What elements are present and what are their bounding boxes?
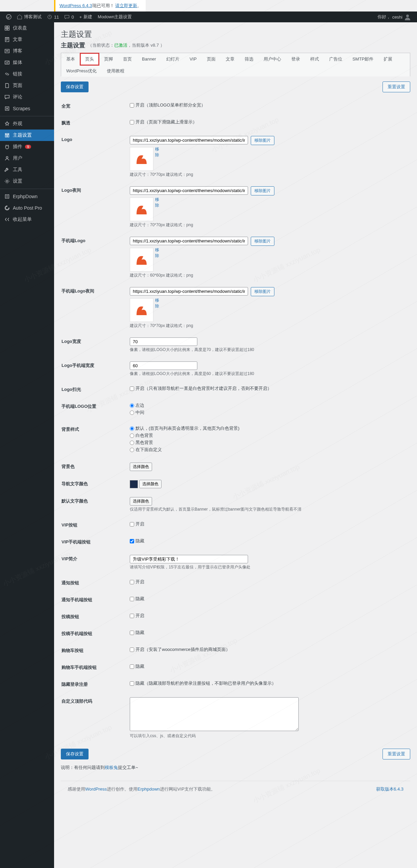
support-link[interactable]: 模板兔: [105, 765, 118, 770]
tab-8[interactable]: 文章: [221, 53, 240, 65]
new-content[interactable]: + 新建: [77, 14, 95, 20]
tab-2[interactable]: 页脚: [99, 53, 118, 65]
bg-style-radio-0[interactable]: 默认，(首页与列表页会透明显示，其他页为白色背景): [130, 425, 410, 431]
logo-glow-label: Logo扫光: [62, 381, 129, 398]
bg-color-picker[interactable]: 选择颜色: [130, 463, 152, 471]
theme-settings-link[interactable]: Modown主题设置: [95, 14, 134, 20]
sidebar-item-11[interactable]: 用户: [0, 153, 54, 164]
admin-footer: 感谢使用WordPress进行创作。使用Erphpdown进行网站VIP支付下载…: [61, 781, 410, 797]
tab-6[interactable]: VIP: [185, 53, 202, 64]
tab-9[interactable]: 筛选: [240, 53, 259, 65]
sidebar-item-0[interactable]: 仪表盘: [0, 22, 54, 34]
erphpdown-link[interactable]: Erphpdown: [138, 787, 160, 792]
tab-14[interactable]: SMTP邮件: [347, 53, 378, 65]
logo-pos-radio-1[interactable]: 中间: [130, 409, 410, 416]
reset-button-top[interactable]: 重置设置: [383, 81, 410, 92]
notice-btn-checkbox[interactable]: 开启: [130, 579, 410, 585]
custom-header-textarea[interactable]: [130, 697, 299, 731]
tab-5[interactable]: 幻灯片: [161, 53, 185, 65]
logo-mobile-url-input[interactable]: [130, 237, 248, 245]
logo-mobile-night-url-input[interactable]: [130, 287, 248, 296]
logo-night-remove-link[interactable]: 移除: [155, 197, 159, 208]
tab-3[interactable]: 首页: [118, 53, 137, 65]
logo-mobile-remove-img-button[interactable]: 移除图片: [251, 237, 274, 246]
logo-mobile-remove-link[interactable]: 移除: [155, 247, 159, 259]
tab-11[interactable]: 登录: [286, 53, 305, 65]
sidebar-item-14[interactable]: ErphpDown: [0, 191, 54, 202]
sidebar-item-13[interactable]: 设置: [0, 175, 54, 187]
sidebar-item-15[interactable]: Auto Post Pro: [0, 202, 54, 214]
logo-width-mobile-input[interactable]: [130, 361, 197, 370]
user-greeting[interactable]: 你好，ceshi: [375, 14, 414, 20]
sidebar-item-10[interactable]: 插件9: [0, 141, 54, 153]
logo-pos-radio-0[interactable]: 左边: [130, 402, 410, 408]
tab-10[interactable]: 用户中心: [259, 53, 286, 65]
sidebar-item-8[interactable]: 外观: [0, 118, 54, 130]
fullwidth-checkbox[interactable]: 开启（顶部LOGO菜单栏部分全宽）: [130, 102, 410, 108]
update-now-link[interactable]: 请立即更新: [115, 3, 137, 8]
logo-remove-img-button[interactable]: 移除图片: [251, 136, 274, 145]
notice-mobile-checkbox[interactable]: 隐藏: [130, 596, 410, 602]
bg-style-radio-1[interactable]: 白色背景: [130, 432, 410, 439]
sidebar-item-4[interactable]: 链接: [0, 68, 54, 80]
bg-style-radio-3[interactable]: 在下面自定义: [130, 447, 410, 453]
reset-button-bottom[interactable]: 重置设置: [383, 749, 410, 759]
submit-mobile-checkbox[interactable]: 隐藏: [130, 630, 410, 636]
vip-intro-input[interactable]: [130, 555, 248, 563]
logo-glow-checkbox[interactable]: 开启（只有顶部导航栏一直是白色背景时才建议开启，否则不要开启）: [130, 385, 410, 392]
wordpress-link[interactable]: WordPress: [85, 787, 107, 792]
tab-13[interactable]: 广告位: [324, 53, 347, 65]
sidebar-item-7[interactable]: Scrapes: [0, 103, 54, 114]
wp-version-link[interactable]: WordPress 6.4.3: [59, 3, 92, 8]
logo-remove-link[interactable]: 移除: [155, 146, 159, 158]
nav-color-picker[interactable]: 选择颜色: [139, 480, 162, 488]
tab-12[interactable]: 样式: [305, 53, 324, 65]
tab-15[interactable]: 扩展: [378, 53, 397, 65]
tab-16[interactable]: WordPress优化: [61, 65, 102, 77]
submit-btn-checkbox[interactable]: 开启: [130, 613, 410, 619]
logo-mobile-hint: 建议尺寸：60*60px 建议格式：png: [130, 273, 410, 278]
updates-count[interactable]: 11: [44, 14, 62, 20]
logo-pos-label: 手机端LOGO位置: [62, 398, 129, 421]
sidebar-item-5[interactable]: 页面: [0, 80, 54, 91]
settings-form: 全宽 开启（顶部LOGO菜单栏部分全宽） 飘透 开启（页面下滑隐藏上滑显示） L…: [61, 97, 410, 744]
logo-night-remove-img-button[interactable]: 移除图片: [251, 186, 274, 195]
bg-style-radio-2[interactable]: 黑色背景: [130, 440, 410, 446]
vip-btn-checkbox[interactable]: 开启: [130, 521, 410, 527]
comments-count[interactable]: 0: [62, 14, 76, 20]
logo-url-input[interactable]: [130, 136, 248, 144]
vip-mobile-btn-checkbox[interactable]: 隐藏: [130, 538, 410, 544]
sidebar-item-16[interactable]: 收起菜单: [0, 214, 54, 225]
tab-0[interactable]: 基本: [61, 53, 80, 65]
wp-logo[interactable]: [3, 14, 14, 20]
logo-mobile-preview: [130, 248, 153, 272]
nav-color-label: 导航文字颜色: [62, 476, 129, 492]
logo-width-input[interactable]: [130, 337, 197, 346]
tab-17[interactable]: 使用教程: [102, 65, 129, 77]
site-name[interactable]: 博客测试: [14, 14, 44, 20]
cart-mobile-checkbox[interactable]: 隐藏: [130, 663, 410, 670]
bg-style-label: 背景样式: [62, 421, 129, 458]
tab-4[interactable]: Banner: [137, 53, 161, 64]
sidebar-item-12[interactable]: 工具: [0, 164, 54, 175]
cart-btn-checkbox[interactable]: 开启（安装了woocommerce插件后的商城页面）: [130, 647, 410, 653]
default-color-label: 默认文字颜色: [62, 493, 129, 516]
logo-mobile-night-remove-link[interactable]: 移除: [155, 298, 159, 309]
save-button-top[interactable]: 保存设置: [61, 81, 89, 92]
logo-night-url-input[interactable]: [130, 186, 248, 195]
hide-login-checkbox[interactable]: 隐藏（隐藏顶部导航栏的登录注册按钮，不影响已登录用户的头像显示）: [130, 680, 410, 686]
default-color-picker[interactable]: 选择颜色: [130, 497, 152, 506]
logo-mobile-night-remove-img-button[interactable]: 移除图片: [251, 287, 274, 296]
tab-1[interactable]: 页头: [80, 53, 99, 65]
sidebar-item-3[interactable]: 媒体: [0, 57, 54, 68]
version-link[interactable]: 获取版本6.4.3: [376, 786, 403, 792]
sidebar-item-9[interactable]: 主题设置: [0, 130, 54, 141]
sidebar-item-2[interactable]: 博客: [0, 45, 54, 57]
tab-7[interactable]: 页面: [202, 53, 221, 65]
sidebar-item-6[interactable]: 评论: [0, 91, 54, 103]
logo-mobile-night-preview: [130, 298, 153, 322]
logo-night-label: Logo夜间: [62, 182, 129, 232]
sidebar-item-1[interactable]: 文章: [0, 34, 54, 45]
float-checkbox[interactable]: 开启（页面下滑隐藏上滑显示）: [130, 119, 410, 125]
save-button-bottom[interactable]: 保存设置: [61, 749, 89, 759]
